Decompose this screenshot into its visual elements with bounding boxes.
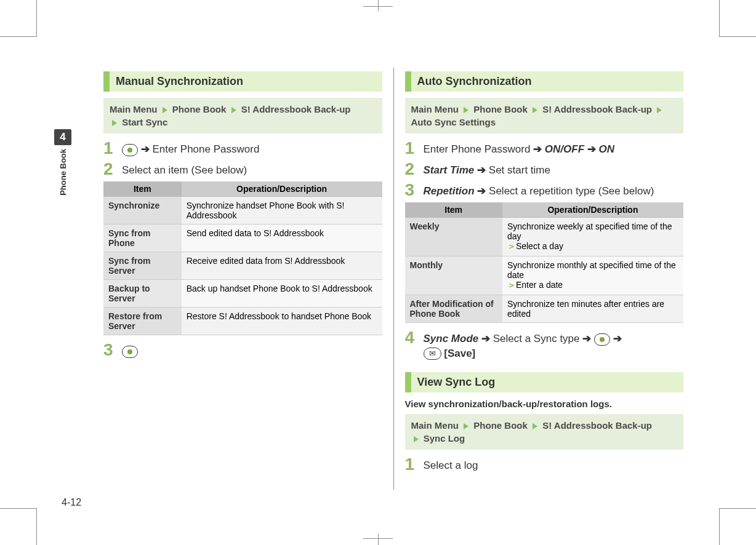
step-1: 1 Select a log — [405, 456, 684, 473]
table-cell-item: Sync from Server — [103, 252, 182, 280]
heading-accent-bar — [405, 372, 411, 392]
table-row: Sync from Phone Send edited data to S! A… — [103, 225, 382, 252]
table-cell-desc: Restore S! Addressbook to handset Phone … — [182, 308, 382, 335]
step-3: 3 — [103, 341, 382, 359]
heading-accent-bar — [103, 71, 110, 92]
arrow-right-icon: ➔ — [613, 333, 622, 344]
arrow-right-icon: ➔ — [533, 143, 545, 155]
table-cell-desc: Synchronize handset Phone Book with S! A… — [182, 197, 382, 225]
table-row: Restore from Server Restore S! Addressbo… — [103, 308, 382, 335]
step-text: Select a repetition type (See below) — [489, 185, 654, 197]
section-description: View synchronization/back-up/restoration… — [405, 399, 684, 409]
arrow-right-icon: ➔ — [477, 185, 489, 197]
table-row: Weekly Synchronize weekly at specified t… — [405, 218, 684, 257]
emphasis: Repetition — [424, 185, 475, 197]
breadcrumb-manual-sync: Main Menu Phone Book S! Addressbook Back… — [103, 98, 382, 133]
chevron-right-icon — [657, 107, 662, 113]
emphasis: ON — [599, 143, 615, 155]
chevron-right-icon — [464, 423, 468, 429]
chevron-right-icon — [112, 120, 117, 126]
table-cell-desc: Synchronize monthly at specified time of… — [502, 257, 683, 295]
crop-mark — [341, 0, 415, 12]
chapter-title: Phone Book — [58, 149, 68, 196]
step-number: 2 — [405, 161, 416, 178]
table-row: After Modification of Phone Book Synchro… — [405, 295, 684, 323]
chapter-tab: 4 Phone Book — [54, 129, 71, 198]
table-cell-item: Monthly — [405, 257, 502, 295]
breadcrumb-seg: Start Sync — [122, 117, 167, 127]
breadcrumb-seg: Phone Book — [473, 104, 528, 114]
auto-sync-table: Item Operation/Description Weekly Synchr… — [405, 202, 684, 323]
step-1: 1 Enter Phone Password ➔ ON/OFF ➔ ON — [405, 140, 684, 157]
heading-text: View Sync Log — [411, 372, 684, 392]
step-2: 2 Select an item (See below) — [103, 161, 382, 178]
emphasis: Sync Mode — [424, 333, 479, 344]
table-header-item: Item — [103, 181, 182, 197]
breadcrumb-seg: Auto Sync Settings — [411, 117, 496, 127]
breadcrumb-seg: Main Menu — [411, 420, 459, 431]
step-text: Set start time — [489, 164, 550, 176]
heading-accent-bar — [405, 71, 411, 92]
chevron-right-icon — [163, 107, 167, 113]
chapter-number: 4 — [54, 129, 71, 145]
table-header-item: Item — [405, 202, 502, 218]
step-number: 2 — [103, 161, 115, 178]
step-number: 3 — [103, 341, 115, 359]
breadcrumb-seg: S! Addressbook Back-up — [241, 104, 351, 114]
heading-text: Manual Synchronization — [110, 71, 382, 92]
step-text: Select a log — [424, 459, 478, 471]
step-1: 1 ➔ Enter Phone Password — [103, 140, 382, 157]
table-header-desc: Operation/Description — [502, 202, 683, 218]
step-3: 3 Repetition ➔ Select a repetition type … — [405, 181, 684, 199]
chevron-right-icon: ＞ — [507, 280, 516, 290]
emphasis: Start Time — [424, 164, 475, 176]
heading-text: Auto Synchronization — [411, 71, 684, 92]
step-text: Select an item (See below) — [122, 164, 247, 176]
table-cell-desc: Synchronize weekly at specified time of … — [502, 218, 683, 257]
table-cell-desc: Synchronize ten minutes after entries ar… — [502, 295, 683, 323]
section-heading-auto-sync: Auto Synchronization — [405, 71, 684, 92]
table-cell-item: Backup to Server — [103, 280, 182, 308]
breadcrumb-auto-sync: Main Menu Phone Book S! Addressbook Back… — [405, 98, 684, 133]
step-text: Enter Phone Password — [424, 143, 531, 155]
breadcrumb-sync-log: Main Menu Phone Book S! Addressbook Back… — [405, 414, 684, 450]
breadcrumb-seg: Sync Log — [424, 433, 465, 444]
table-cell-item: Restore from Server — [103, 308, 182, 335]
arrow-right-icon: ➔ — [477, 164, 489, 176]
left-column: Manual Synchronization Main Menu Phone B… — [92, 68, 394, 490]
table-cell-desc: Back up handset Phone Book to S! Address… — [182, 280, 382, 308]
breadcrumb-seg: Main Menu — [110, 104, 158, 114]
crop-mark — [719, 0, 756, 37]
crop-mark — [341, 533, 415, 545]
step-text: Enter Phone Password — [152, 143, 259, 155]
section-heading-manual-sync: Manual Synchronization — [103, 71, 382, 92]
step-number: 3 — [405, 181, 416, 199]
table-cell-item: After Modification of Phone Book — [405, 295, 502, 323]
page-number: 4-12 — [62, 497, 81, 508]
chevron-right-icon — [464, 107, 468, 113]
manual-sync-table: Item Operation/Description Synchronize S… — [103, 181, 382, 335]
emphasis: ON/OFF — [545, 143, 584, 155]
mail-key-icon: ✉ — [424, 348, 441, 360]
step-text: Select a Sync type — [493, 333, 580, 344]
crop-mark — [719, 508, 756, 545]
page-content: 4 Phone Book Manual Synchronization Main… — [62, 68, 694, 490]
section-heading-view-sync-log: View Sync Log — [405, 372, 684, 392]
table-cell-desc: Send edited data to S! Addressbook — [182, 225, 382, 252]
breadcrumb-seg: S! Addressbook Back-up — [542, 420, 652, 431]
step-number: 4 — [405, 329, 416, 346]
step-2: 2 Start Time ➔ Set start time — [405, 161, 684, 178]
table-row: Sync from Server Receive edited data fro… — [103, 252, 382, 280]
step-number: 1 — [103, 140, 115, 157]
table-cell-item: Sync from Phone — [103, 225, 182, 252]
center-key-icon — [594, 333, 610, 346]
save-label: [Save] — [444, 348, 475, 359]
right-column: Auto Synchronization Main Menu Phone Boo… — [394, 68, 695, 490]
table-cell-item: Weekly — [405, 218, 502, 257]
arrow-right-icon: ➔ — [481, 333, 493, 344]
step-number: 1 — [405, 140, 416, 157]
table-cell-item: Synchronize — [103, 197, 182, 225]
arrow-right-icon: ➔ — [141, 143, 153, 155]
table-row: Backup to Server Back up handset Phone B… — [103, 280, 382, 308]
arrow-right-icon: ➔ — [582, 333, 594, 344]
